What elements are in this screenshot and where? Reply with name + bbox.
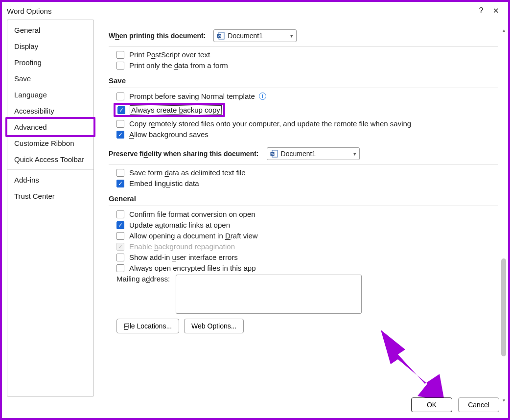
options-content: When printing this document: W Document1… xyxy=(94,20,508,397)
scroll-thumb[interactable] xyxy=(501,258,506,356)
option-draft-view[interactable]: Allow opening a document in Draft view xyxy=(109,232,498,240)
label: Print only the data from a form xyxy=(129,61,228,70)
sidebar-item-advanced[interactable]: Advanced xyxy=(7,119,93,135)
label-backup-copy: Always create backup copy xyxy=(130,106,221,114)
option-background-repagination: Enable background repagination xyxy=(109,242,498,251)
sidebar-item-save[interactable]: Save xyxy=(7,70,93,87)
option-addin-errors[interactable]: Show add-in user interface errors xyxy=(109,253,498,261)
sidebar-item-general[interactable]: General xyxy=(7,22,93,38)
sidebar-item-customize-ribbon[interactable]: Customize Ribbon xyxy=(7,135,93,151)
separator xyxy=(109,164,498,164)
scroll-down-icon[interactable]: ▾ xyxy=(500,397,507,403)
dialog-footer: OK Cancel xyxy=(411,397,499,412)
section-general: General xyxy=(109,194,498,203)
option-copy-remote-files[interactable]: Copy remotely stored files onto your com… xyxy=(109,119,498,128)
checkbox[interactable] xyxy=(116,264,124,272)
dropdown-value: Document1 xyxy=(228,32,287,40)
titlebar: Word Options ? ✕ xyxy=(2,2,508,20)
section-fidelity-label: Preserve fidelity when sharing this docu… xyxy=(109,150,259,158)
option-allow-background-saves[interactable]: Allow background saves xyxy=(109,130,498,139)
chevron-down-icon: ▾ xyxy=(353,151,356,157)
section-preserve-fidelity: Preserve fidelity when sharing this docu… xyxy=(109,147,498,160)
printing-document-dropdown[interactable]: W Document1 ▾ xyxy=(213,29,297,42)
label: Save form data as delimited text file xyxy=(129,168,246,177)
option-embed-linguistic[interactable]: Embed linguistic data xyxy=(109,179,498,187)
buttons-row: File Locations... Web Options... xyxy=(109,319,498,333)
highlight-backup-copy: Always create backup copy xyxy=(109,103,498,117)
option-save-delimited[interactable]: Save form data as delimited text file xyxy=(109,168,498,177)
section-printing-document: When printing this document: W Document1… xyxy=(109,29,498,42)
checkbox[interactable] xyxy=(116,131,124,139)
label: Copy remotely stored files onto your com… xyxy=(129,119,411,128)
close-button[interactable]: ✕ xyxy=(488,6,503,15)
checkbox[interactable] xyxy=(116,169,124,177)
label: Print PostScript over text xyxy=(129,50,210,59)
file-locations-button[interactable]: File Locations... xyxy=(116,319,179,333)
svg-text:W: W xyxy=(218,34,221,38)
option-prompt-normal-template[interactable]: Prompt before saving Normal template i xyxy=(109,92,498,100)
mailing-address-label: Mailing address: xyxy=(116,275,170,283)
checkbox[interactable] xyxy=(116,62,124,70)
mailing-address-input[interactable] xyxy=(176,275,362,314)
cancel-button[interactable]: Cancel xyxy=(458,397,499,412)
checkbox[interactable] xyxy=(116,93,124,100)
checkbox-disabled xyxy=(116,243,124,251)
sidebar-item-trust-center[interactable]: Trust Center xyxy=(7,188,93,204)
scroll-up-icon[interactable]: ▴ xyxy=(500,26,507,33)
sidebar-separator xyxy=(7,169,93,170)
label: Prompt before saving Normal template xyxy=(129,92,255,100)
label: Allow opening a document in Draft view xyxy=(129,232,258,240)
section-printing-label: When printing this document: xyxy=(109,32,206,40)
ok-button[interactable]: OK xyxy=(411,397,452,412)
checkbox[interactable] xyxy=(116,120,124,128)
sidebar-item-add-ins[interactable]: Add-ins xyxy=(7,172,93,188)
sidebar-item-language[interactable]: Language xyxy=(7,87,93,103)
label: Allow background saves xyxy=(129,130,209,139)
label: Enable background repagination xyxy=(129,242,235,251)
checkbox[interactable] xyxy=(116,210,124,218)
svg-text:W: W xyxy=(271,152,275,156)
highlight-advanced: Advanced xyxy=(5,117,95,137)
label: Update automatic links at open xyxy=(129,221,230,229)
info-icon[interactable]: i xyxy=(259,93,266,100)
category-sidebar: General Display Proofing Save Language A… xyxy=(7,20,94,397)
word-doc-icon: W xyxy=(217,32,225,40)
scroll-track[interactable] xyxy=(500,33,507,397)
label: Always open encrypted files in this app xyxy=(129,264,255,272)
option-update-links[interactable]: Update automatic links at open xyxy=(109,221,498,229)
checkbox[interactable] xyxy=(116,180,124,187)
fidelity-document-dropdown[interactable]: W Document1 ▾ xyxy=(267,147,360,160)
sidebar-item-display[interactable]: Display xyxy=(7,38,93,54)
separator xyxy=(109,88,498,88)
option-confirm-conversion[interactable]: Confirm file format conversion on open xyxy=(109,210,498,218)
web-options-button[interactable]: Web Options... xyxy=(184,319,244,333)
separator xyxy=(109,46,498,47)
mailing-address-row: Mailing address: xyxy=(109,275,498,314)
word-doc-icon: W xyxy=(270,150,278,158)
checkbox[interactable] xyxy=(116,221,124,229)
label: Embed linguistic data xyxy=(129,179,199,187)
chevron-down-icon: ▾ xyxy=(290,33,293,39)
checkbox[interactable] xyxy=(116,51,124,59)
dialog-title: Word Options xyxy=(7,7,474,15)
vertical-scrollbar[interactable]: ▴ ▾ xyxy=(500,26,507,403)
option-print-postscript[interactable]: Print PostScript over text xyxy=(109,50,498,59)
word-options-dialog: Word Options ? ✕ General Display Proofin… xyxy=(0,0,510,420)
checkbox[interactable] xyxy=(116,232,124,240)
option-print-data-form[interactable]: Print only the data from a form xyxy=(109,61,498,70)
dropdown-value: Document1 xyxy=(281,150,350,158)
section-save: Save xyxy=(109,76,498,85)
checkbox-backup-copy[interactable] xyxy=(117,106,125,114)
option-open-encrypted[interactable]: Always open encrypted files in this app xyxy=(109,264,498,272)
label: Confirm file format conversion on open xyxy=(129,210,255,218)
help-button[interactable]: ? xyxy=(474,6,488,15)
sidebar-item-proofing[interactable]: Proofing xyxy=(7,54,93,70)
sidebar-item-quick-access-toolbar[interactable]: Quick Access Toolbar xyxy=(7,151,93,167)
checkbox[interactable] xyxy=(116,254,124,261)
separator xyxy=(109,206,498,206)
label: Show add-in user interface errors xyxy=(129,253,238,261)
